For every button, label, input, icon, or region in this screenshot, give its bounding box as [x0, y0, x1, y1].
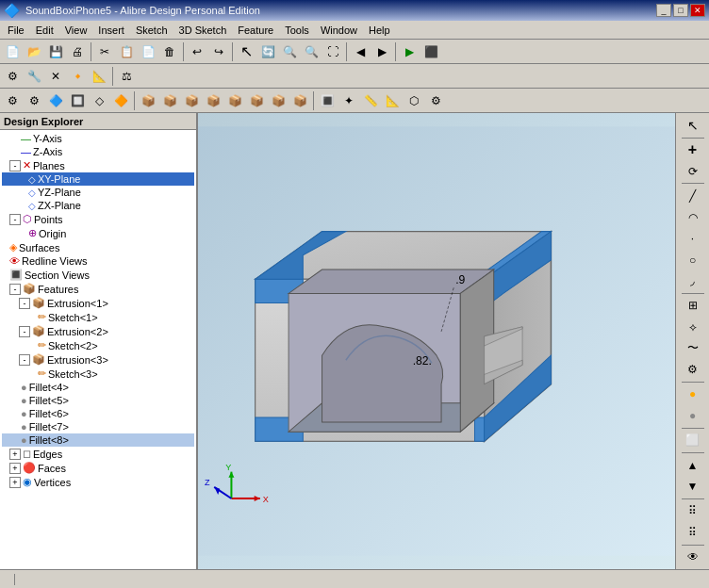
- tb3-tool5[interactable]: ⬡: [404, 90, 424, 111]
- rt-spring[interactable]: ⟡: [680, 317, 706, 337]
- copy-button[interactable]: 📋: [116, 41, 137, 62]
- menu-help[interactable]: Help: [363, 23, 396, 38]
- view1-button[interactable]: ▶: [399, 41, 420, 62]
- tree-item-xy-plane[interactable]: ◇ XY-Plane: [2, 172, 194, 186]
- rotate-button[interactable]: 🔄: [257, 41, 278, 62]
- tree-item-vertices[interactable]: + ◉ Vertices: [2, 475, 194, 489]
- tb3-view5[interactable]: 📦: [224, 90, 245, 111]
- tb2-btn4[interactable]: 🔸: [67, 66, 88, 87]
- rt-curve[interactable]: ◠: [680, 207, 706, 228]
- extrusion1-expand[interactable]: -: [19, 298, 30, 309]
- tree-item-edges[interactable]: + ◻ Edges: [2, 447, 194, 461]
- zoom-in-button[interactable]: 🔍: [279, 41, 300, 62]
- select-button[interactable]: ↖: [236, 41, 256, 62]
- tree-item-extrusion1[interactable]: - 📦 Extrusion<1>: [2, 296, 194, 310]
- tb2-btn6[interactable]: ⚖: [116, 66, 137, 87]
- tree-item-redline-views[interactable]: 👁 Redline Views: [2, 254, 194, 268]
- tree-item-zx-plane[interactable]: ◇ ZX-Plane: [2, 199, 194, 212]
- paste-button[interactable]: 📄: [138, 41, 158, 62]
- rt-up[interactable]: ▲: [680, 455, 706, 476]
- tb3-view6[interactable]: 📦: [246, 90, 267, 111]
- tb3-tool2[interactable]: ✦: [338, 90, 359, 111]
- tb2-btn3[interactable]: ✕: [45, 66, 66, 87]
- tree-item-fillet6[interactable]: ● Fillet<6>: [2, 407, 194, 420]
- tb3-btn1[interactable]: ⚙: [2, 90, 23, 111]
- tb3-btn3[interactable]: 🔷: [45, 90, 66, 111]
- tree-item-sketch3[interactable]: ✏ Sketch<3>: [2, 367, 194, 381]
- tree-item-planes[interactable]: - ✕ Planes: [2, 158, 194, 172]
- tb2-btn1[interactable]: ⚙: [2, 66, 23, 87]
- tb2-btn5[interactable]: 📐: [89, 66, 109, 87]
- menu-view[interactable]: View: [59, 23, 93, 38]
- tree-item-origin[interactable]: ⊕ Origin: [2, 226, 194, 240]
- tb3-tool3[interactable]: 📏: [360, 90, 381, 111]
- tree-item-sketch2[interactable]: ✏ Sketch<2>: [2, 338, 194, 352]
- tb3-view3[interactable]: 📦: [181, 90, 202, 111]
- tree-item-features[interactable]: - 📦 Features: [2, 282, 194, 296]
- tb3-view1[interactable]: 📦: [138, 90, 158, 111]
- tree-item-section-views[interactable]: 🔳 Section Views: [2, 268, 194, 282]
- planes-expand[interactable]: -: [9, 160, 21, 172]
- minimize-button[interactable]: _: [656, 4, 671, 17]
- rt-wavy[interactable]: 〜: [680, 338, 706, 359]
- pan-right-button[interactable]: ▶: [371, 41, 392, 62]
- tree-item-z-axis[interactable]: — Z-Axis: [2, 145, 194, 158]
- menu-tools[interactable]: Tools: [279, 23, 315, 38]
- tree-item-y-axis[interactable]: — Y-Axis: [2, 132, 194, 145]
- features-expand[interactable]: -: [9, 284, 21, 295]
- menu-edit[interactable]: Edit: [30, 23, 59, 38]
- save-button[interactable]: 💾: [45, 41, 66, 62]
- tree-item-points[interactable]: - ⬡ Points: [2, 212, 194, 226]
- menu-sketch[interactable]: Sketch: [130, 23, 173, 38]
- menu-3dsketch[interactable]: 3D Sketch: [173, 23, 233, 38]
- rt-grid[interactable]: ⠿: [680, 501, 706, 522]
- vertices-expand[interactable]: +: [9, 477, 21, 488]
- tb3-btn5[interactable]: ◇: [89, 90, 109, 111]
- cut-button[interactable]: ✂: [94, 41, 115, 62]
- tb3-tool1[interactable]: 🔳: [317, 90, 338, 111]
- menu-window[interactable]: Window: [315, 23, 363, 38]
- tree-item-extrusion2[interactable]: - 📦 Extrusion<2>: [2, 324, 194, 338]
- open-button[interactable]: 📂: [24, 41, 44, 62]
- menu-file[interactable]: File: [2, 23, 30, 38]
- tree-item-extrusion3[interactable]: - 📦 Extrusion<3>: [2, 352, 194, 367]
- print-button[interactable]: 🖨: [67, 41, 88, 62]
- tb3-view4[interactable]: 📦: [203, 90, 223, 111]
- tb3-btn4[interactable]: 🔲: [67, 90, 88, 111]
- redo-button[interactable]: ↪: [208, 41, 229, 62]
- tree-item-fillet7[interactable]: ● Fillet<7>: [2, 420, 194, 433]
- extrusion2-expand[interactable]: -: [19, 326, 30, 337]
- maximize-button[interactable]: □: [673, 4, 688, 17]
- rt-plus[interactable]: +: [680, 139, 706, 160]
- tb3-view7[interactable]: 📦: [268, 90, 289, 111]
- rt-circle[interactable]: ○: [680, 250, 706, 270]
- tb3-btn6[interactable]: 🔶: [110, 90, 131, 111]
- rt-line[interactable]: ╱: [680, 186, 706, 206]
- rt-mesh[interactable]: ⊞: [680, 296, 706, 317]
- points-expand[interactable]: -: [9, 214, 21, 225]
- rt-gray[interactable]: ●: [680, 405, 706, 426]
- view2-button[interactable]: ⬛: [420, 41, 441, 62]
- menu-insert[interactable]: Insert: [92, 23, 130, 38]
- tree-item-yz-plane[interactable]: ◇ YZ-Plane: [2, 186, 194, 199]
- zoom-fit-button[interactable]: ⛶: [322, 41, 343, 62]
- tree-item-fillet5[interactable]: ● Fillet<5>: [2, 394, 194, 407]
- rt-box[interactable]: ⬜: [680, 430, 706, 450]
- extrusion3-expand[interactable]: -: [19, 354, 30, 366]
- rt-arc[interactable]: ◞: [680, 270, 706, 291]
- rt-tool2[interactable]: ⚙: [680, 359, 706, 380]
- tb3-btn2[interactable]: ⚙: [24, 90, 44, 111]
- tb3-tool6[interactable]: ⚙: [425, 90, 446, 111]
- rt-grid2[interactable]: ⠿: [680, 522, 706, 543]
- faces-expand[interactable]: +: [9, 463, 21, 474]
- rt-dot2[interactable]: ●: [680, 384, 706, 405]
- tree-container[interactable]: — Y-Axis — Z-Axis - ✕ Planes ◇ XY-Plane: [0, 130, 196, 569]
- delete-button[interactable]: 🗑: [159, 41, 180, 62]
- tb3-view2[interactable]: 📦: [159, 90, 180, 111]
- tree-item-surfaces[interactable]: ◈ Surfaces: [2, 240, 194, 254]
- edges-expand[interactable]: +: [9, 449, 21, 460]
- tree-item-fillet8[interactable]: ● Fillet<8>: [2, 433, 194, 447]
- rt-down[interactable]: ▼: [680, 476, 706, 497]
- pan-left-button[interactable]: ◀: [350, 41, 371, 62]
- tree-item-fillet4[interactable]: ● Fillet<4>: [2, 381, 194, 394]
